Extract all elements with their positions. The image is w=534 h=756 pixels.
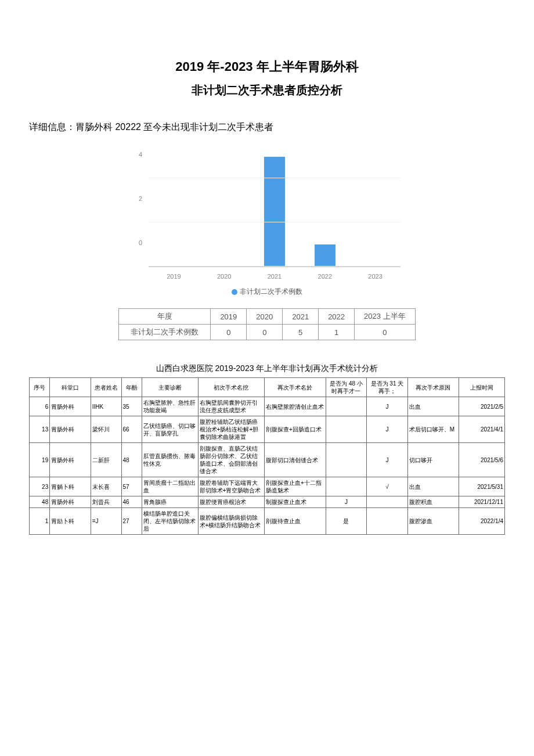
- detail-table: 序号 科堂口 患者姓名 年酷 主要诊断 初次手术名挖 再次手术名於 是否为 48…: [29, 377, 505, 535]
- cell-diag: 胃间质瘤十二指励出血: [142, 477, 198, 496]
- cell-d31: [367, 496, 407, 508]
- x-label: 2023: [361, 273, 390, 280]
- th-diag: 主要诊断: [142, 378, 198, 397]
- legend-label: 非计划二次手术例数: [240, 287, 302, 296]
- y-tick: 2: [139, 195, 142, 202]
- bar: [315, 244, 335, 267]
- cell-diag: 肛管直肠掼伤、脓毒性休克: [142, 443, 198, 477]
- cell-name: 末长喜: [91, 477, 121, 496]
- cell-op1: 腹腔栓辅助乙状结肠癌根治术+肠枯连松解+胆囊切除术曲脉港置: [198, 416, 264, 443]
- chart-legend: 非计划二次手术例数: [128, 287, 406, 297]
- page-title-2: 非计划二次手术患者质控分析: [29, 82, 505, 98]
- x-label: 2022: [311, 273, 340, 280]
- cell-h48: [326, 416, 366, 443]
- y-tick: 4: [139, 151, 142, 158]
- cell-op1: 腹腔卷辅助下远端胃大部切除术+胃空肠吻合术: [198, 477, 264, 496]
- cell-seq: 23: [30, 477, 50, 496]
- cell-op2: 制腹探查止血术: [265, 496, 326, 508]
- bar: [264, 157, 285, 267]
- cell-op1: 剖腹探查、直肠乙状结肠部分切除术、乙状结肠造口术、会阴部清创缝合术: [198, 443, 264, 477]
- cell-diag: 乙状结肠癌、切口哆开、盲肠穿孔: [142, 416, 198, 443]
- cell-date: 2021/12/11: [459, 496, 504, 508]
- cell-d31: J: [367, 397, 407, 416]
- cell-diag: 横结肠单腔造口关闭、左半结肠切除术后: [142, 508, 198, 535]
- cell-dept: 胃肠外科: [50, 443, 91, 477]
- cell-seq: 1: [30, 508, 50, 535]
- detail-header-row: 序号 科堂口 患者姓名 年酷 主要诊断 初次手术名挖 再次手术名於 是否为 48…: [30, 378, 505, 397]
- table-row: 1胃励卜科=J27横结肠单腔造口关闭、左半结肠切除术后腹腔偏横结肠病损切除术+横…: [30, 508, 505, 535]
- summary-val: 0: [211, 325, 247, 340]
- cell-op1: 右胸壁肌间囊肿切开引流任意皮筋成型术: [198, 397, 264, 416]
- cell-dept: 胃肠外科: [50, 416, 91, 443]
- cell-name: =J: [91, 508, 121, 535]
- cell-diag: 胃角腺癌: [142, 496, 198, 508]
- cell-d31: √: [367, 477, 407, 496]
- cell-op2: 右胸壁脓腔清创止血术: [265, 397, 326, 416]
- legend-dot-icon: [232, 289, 237, 295]
- th-reason: 再次手术原因: [407, 378, 459, 397]
- summary-year-label: 年度: [119, 309, 211, 325]
- cell-age: 57: [121, 477, 142, 496]
- cell-reason: 术后切口哆开、M: [407, 416, 459, 443]
- cell-name: 梁怀川: [91, 416, 121, 443]
- table-row: 13胃肠外科梁怀川66乙状结肠癌、切口哆开、盲肠穿孔腹腔栓辅助乙状结肠癌根治术+…: [30, 416, 505, 443]
- detail-table-title: 山西白求恩医院 2019-2023 年上半年非计划再次手术统计分析: [29, 363, 505, 374]
- cell-h48: [326, 397, 366, 416]
- cell-age: 27: [121, 508, 142, 535]
- y-tick: 0: [139, 239, 142, 246]
- th-date: 上报时间: [459, 378, 504, 397]
- th-48h: 是否为 48 小时再手才一: [326, 378, 366, 397]
- cell-h48: [326, 477, 366, 496]
- detail-info: 详细信息：胃肠外科 20222 至今未出现非计划二次手术患者: [29, 121, 505, 134]
- cell-op1: 腹腔偏横结肠病损切除术+横结肠升结肠吻合术: [198, 508, 264, 535]
- summary-val: 0: [247, 325, 283, 340]
- cell-age: 46: [121, 496, 142, 508]
- th-31d: 是否为 31 天再手；: [367, 378, 407, 397]
- cell-seq: 19: [30, 443, 50, 477]
- cell-op2: 剖腹待查止血: [265, 508, 326, 535]
- summary-col: 2023 上半年: [355, 309, 416, 325]
- table-row: 19胃肠外科二新肝48肛管直肠掼伤、脓毒性休克剖腹探查、直肠乙状结肠部分切除术、…: [30, 443, 505, 477]
- cell-d31: J: [367, 443, 407, 477]
- table-row: 48胃肠外科刘昔兵46胃角腺癌腹腔便胃癌根治术制腹探查止血术J腹腔积血2021/…: [30, 496, 505, 508]
- summary-count-row: 非计划二次手术例数 0 0 5 1 0: [119, 325, 415, 340]
- x-label: 2020: [210, 273, 239, 280]
- table-row: 6胃肠外科IIHK35右胸壁脓肿、急性肝功能衰竭右胸壁肌间囊肿切开引流任意皮筋成…: [30, 397, 505, 416]
- th-age: 年酷: [121, 378, 142, 397]
- th-seq: 序号: [30, 378, 50, 397]
- cell-d31: J: [367, 416, 407, 443]
- table-row: 23胃躺卜科末长喜57胃间质瘤十二指励出血腹腔卷辅助下远端胃大部切除术+胃空肠吻…: [30, 477, 505, 496]
- summary-val: 0: [355, 325, 416, 340]
- cell-diag: 右胸壁脓肿、急性肝功能衰竭: [142, 397, 198, 416]
- cell-name: IIHK: [91, 397, 121, 416]
- cell-h48: [326, 443, 366, 477]
- cell-seq: 13: [30, 416, 50, 443]
- cell-date: 2021/5/31: [459, 477, 504, 496]
- x-label: 2021: [260, 273, 289, 280]
- cell-reason: 腹腔积血: [407, 496, 459, 508]
- summary-val: 5: [283, 325, 319, 340]
- cell-date: 2022/1/4: [459, 508, 504, 535]
- cell-reason: 出血: [407, 477, 459, 496]
- summary-header-row: 年度 2019 2020 2021 2022 2023 上半年: [119, 309, 415, 325]
- cell-reason: 腹腔渗血: [407, 508, 459, 535]
- cell-age: 48: [121, 443, 142, 477]
- cell-reason: 出血: [407, 397, 459, 416]
- cell-op1: 腹腔便胃癌根治术: [198, 496, 264, 508]
- cell-seq: 6: [30, 397, 50, 416]
- summary-count-label: 非计划二次手术例数: [119, 325, 211, 340]
- th-name: 患者姓名: [91, 378, 121, 397]
- cell-op2: 腹部切口清创缝合术: [265, 443, 326, 477]
- bar-chart: 024 20192020202120222023 非计划二次手术例数: [128, 157, 406, 297]
- cell-dept: 胃肠外科: [50, 496, 91, 508]
- detail-text: 胃肠外科 20222 至今未出现非计划二次手术患者: [75, 122, 273, 132]
- summary-col: 2021: [283, 309, 319, 325]
- cell-dept: 胃肠外科: [50, 397, 91, 416]
- page-title-1: 2019 年-2023 年上半年胃肠外科: [29, 58, 505, 75]
- cell-dept: 胃励卜科: [50, 508, 91, 535]
- cell-d31: [367, 508, 407, 535]
- detail-label: 详细信息：: [29, 122, 75, 132]
- x-label: 2019: [159, 273, 188, 280]
- summary-col: 2020: [247, 309, 283, 325]
- cell-h48: 是: [326, 508, 366, 535]
